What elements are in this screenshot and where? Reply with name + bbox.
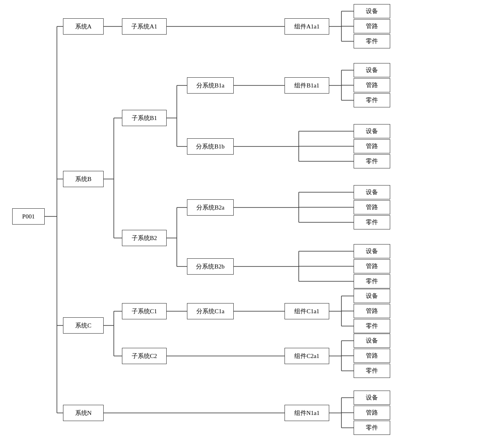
leaf-lgC1a1-1: 管路: [354, 304, 390, 318]
leaf-lgA1a1-2: 零件: [354, 34, 390, 48]
system-sysC: 系统C: [63, 317, 104, 334]
system-sysN: 系统N: [63, 405, 104, 421]
leaf-lgN1a1-1: 管路: [354, 406, 390, 420]
leaf-lgB2b-1: 管路: [354, 259, 390, 273]
leaf-lgC2a1-1: 管路: [354, 349, 390, 363]
leaf-lgC1a1-0: 设备: [354, 289, 390, 303]
subsystem-subC1: 子系统C1: [122, 303, 167, 319]
leaf-lgB2a-0: 设备: [354, 185, 390, 199]
root-node: P001: [12, 208, 45, 225]
leaf-lgB1a1-0: 设备: [354, 63, 390, 77]
component-compB1a1: 组件B1a1: [285, 77, 329, 94]
leaf-lgC1a1-2: 零件: [354, 319, 390, 333]
leaf-lgA1a1-0: 设备: [354, 4, 390, 18]
subsystem-subC2: 子系统C2: [122, 348, 167, 364]
division-divB2b: 分系统B2b: [187, 258, 234, 275]
system-sysA: 系统A: [63, 18, 104, 35]
leaf-lgB2b-2: 零件: [354, 274, 390, 288]
leaf-lgC2a1-0: 设备: [354, 334, 390, 348]
leaf-lgB2a-1: 管路: [354, 200, 390, 214]
leaf-lgC2a1-2: 零件: [354, 364, 390, 378]
subsystem-subB1: 子系统B1: [122, 110, 167, 126]
division-divC1a: 分系统C1a: [187, 303, 234, 319]
leaf-lgB1b-2: 零件: [354, 154, 390, 168]
leaf-lgB1a1-2: 零件: [354, 93, 390, 107]
leaf-lgN1a1-0: 设备: [354, 391, 390, 405]
leaf-lgB2b-0: 设备: [354, 244, 390, 258]
system-sysB: 系统B: [63, 171, 104, 187]
subsystem-subA1: 子系统A1: [122, 18, 167, 35]
division-divB1b: 分系统B1b: [187, 138, 234, 155]
leaf-lgN1a1-2: 零件: [354, 421, 390, 435]
subsystem-subB2: 子系统B2: [122, 230, 167, 246]
tree-svg: [0, 0, 504, 441]
leaf-lgB1a1-1: 管路: [354, 78, 390, 92]
division-divB1a: 分系统B1a: [187, 77, 234, 94]
leaf-lgB2a-2: 零件: [354, 215, 390, 229]
leaf-lgB1b-1: 管路: [354, 139, 390, 153]
division-divB2a: 分系统B2a: [187, 199, 234, 216]
leaf-lgA1a1-1: 管路: [354, 19, 390, 33]
tree-container: P001系统A系统B系统C系统N子系统A1子系统B1子系统B2子系统C1子系统C…: [0, 0, 504, 441]
component-compA1a1: 组件A1a1: [285, 18, 329, 35]
leaf-lgB1b-0: 设备: [354, 124, 390, 138]
component-compN1a1: 组件N1a1: [285, 405, 329, 421]
component-compC1a1: 组件C1a1: [285, 303, 329, 319]
component-compC2a1: 组件C2a1: [285, 348, 329, 364]
